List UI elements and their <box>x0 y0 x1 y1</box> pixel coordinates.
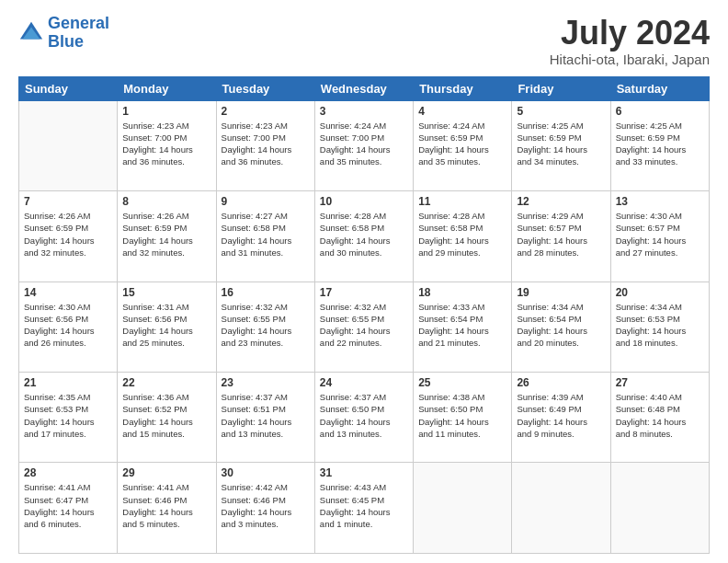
location: Hitachi-ota, Ibaraki, Japan <box>550 52 710 67</box>
day-number: 2 <box>222 105 310 118</box>
month-title: July 2024 <box>550 15 710 52</box>
calendar-cell: 24Sunrise: 4:37 AM Sunset: 6:50 PM Dayli… <box>314 373 413 463</box>
calendar-cell: 27Sunrise: 4:40 AM Sunset: 6:48 PM Dayli… <box>610 373 709 463</box>
day-number: 9 <box>222 195 310 208</box>
calendar-cell: 11Sunrise: 4:28 AM Sunset: 6:58 PM Dayli… <box>414 191 512 282</box>
calendar-cell: 4Sunrise: 4:24 AM Sunset: 6:59 PM Daylig… <box>414 100 512 190</box>
day-info: Sunrise: 4:37 AM Sunset: 6:51 PM Dayligh… <box>222 391 310 440</box>
day-number: 25 <box>418 376 506 389</box>
calendar-cell: 10Sunrise: 4:28 AM Sunset: 6:58 PM Dayli… <box>314 191 413 282</box>
day-info: Sunrise: 4:28 AM Sunset: 6:58 PM Dayligh… <box>418 210 506 259</box>
day-info: Sunrise: 4:34 AM Sunset: 6:53 PM Dayligh… <box>616 301 704 350</box>
calendar-cell: 1Sunrise: 4:23 AM Sunset: 7:00 PM Daylig… <box>118 100 216 190</box>
calendar-cell: 7Sunrise: 4:26 AM Sunset: 6:59 PM Daylig… <box>19 191 118 282</box>
day-info: Sunrise: 4:41 AM Sunset: 6:46 PM Dayligh… <box>122 481 210 530</box>
calendar-week-row: 7Sunrise: 4:26 AM Sunset: 6:59 PM Daylig… <box>19 191 710 282</box>
day-info: Sunrise: 4:23 AM Sunset: 7:00 PM Dayligh… <box>222 120 310 168</box>
day-info: Sunrise: 4:41 AM Sunset: 6:47 PM Dayligh… <box>24 481 112 530</box>
day-number: 24 <box>320 376 408 389</box>
calendar-cell: 16Sunrise: 4:32 AM Sunset: 6:55 PM Dayli… <box>216 282 314 372</box>
calendar-cell <box>414 463 512 554</box>
day-number: 3 <box>320 105 408 118</box>
logo-line1: General <box>48 14 109 32</box>
page: General Blue July 2024 Hitachi-ota, Ibar… <box>0 0 728 563</box>
day-number: 10 <box>320 195 408 208</box>
calendar-header-wednesday: Wednesday <box>314 76 413 100</box>
day-info: Sunrise: 4:24 AM Sunset: 6:59 PM Dayligh… <box>418 120 506 168</box>
day-number: 17 <box>320 286 408 299</box>
day-info: Sunrise: 4:36 AM Sunset: 6:52 PM Dayligh… <box>122 391 210 440</box>
calendar-cell: 5Sunrise: 4:25 AM Sunset: 6:59 PM Daylig… <box>512 100 610 190</box>
calendar-cell <box>19 100 118 190</box>
day-number: 27 <box>616 376 704 389</box>
calendar-header-saturday: Saturday <box>610 76 709 100</box>
day-info: Sunrise: 4:24 AM Sunset: 7:00 PM Dayligh… <box>320 120 408 168</box>
day-number: 6 <box>616 105 704 118</box>
calendar-header-sunday: Sunday <box>19 76 118 100</box>
calendar-header-thursday: Thursday <box>414 76 512 100</box>
day-number: 8 <box>122 195 210 208</box>
day-number: 21 <box>24 376 112 389</box>
day-number: 26 <box>517 376 605 389</box>
calendar-week-row: 28Sunrise: 4:41 AM Sunset: 6:47 PM Dayli… <box>19 463 710 554</box>
calendar-cell: 18Sunrise: 4:33 AM Sunset: 6:54 PM Dayli… <box>414 282 512 372</box>
calendar-cell: 2Sunrise: 4:23 AM Sunset: 7:00 PM Daylig… <box>216 100 314 190</box>
day-info: Sunrise: 4:35 AM Sunset: 6:53 PM Dayligh… <box>24 391 112 440</box>
day-number: 11 <box>418 195 506 208</box>
calendar-cell: 15Sunrise: 4:31 AM Sunset: 6:56 PM Dayli… <box>118 282 216 372</box>
day-info: Sunrise: 4:33 AM Sunset: 6:54 PM Dayligh… <box>418 301 506 350</box>
logo-line2: Blue <box>48 32 84 51</box>
logo: General Blue <box>18 15 109 52</box>
calendar-cell: 17Sunrise: 4:32 AM Sunset: 6:55 PM Dayli… <box>314 282 413 372</box>
calendar-table: SundayMondayTuesdayWednesdayThursdayFrid… <box>18 76 710 554</box>
day-info: Sunrise: 4:26 AM Sunset: 6:59 PM Dayligh… <box>24 210 112 259</box>
calendar-cell: 14Sunrise: 4:30 AM Sunset: 6:56 PM Dayli… <box>19 282 118 372</box>
calendar-header-row: SundayMondayTuesdayWednesdayThursdayFrid… <box>19 76 710 100</box>
calendar-week-row: 21Sunrise: 4:35 AM Sunset: 6:53 PM Dayli… <box>19 373 710 463</box>
day-info: Sunrise: 4:30 AM Sunset: 6:56 PM Dayligh… <box>24 301 112 350</box>
day-number: 18 <box>418 286 506 299</box>
day-number: 23 <box>222 376 310 389</box>
day-info: Sunrise: 4:25 AM Sunset: 6:59 PM Dayligh… <box>517 120 605 168</box>
calendar-cell: 9Sunrise: 4:27 AM Sunset: 6:58 PM Daylig… <box>216 191 314 282</box>
day-info: Sunrise: 4:23 AM Sunset: 7:00 PM Dayligh… <box>122 120 210 168</box>
calendar-cell: 12Sunrise: 4:29 AM Sunset: 6:57 PM Dayli… <box>512 191 610 282</box>
day-info: Sunrise: 4:34 AM Sunset: 6:54 PM Dayligh… <box>517 301 605 350</box>
day-info: Sunrise: 4:27 AM Sunset: 6:58 PM Dayligh… <box>222 210 310 259</box>
calendar-week-row: 1Sunrise: 4:23 AM Sunset: 7:00 PM Daylig… <box>19 100 710 190</box>
day-number: 30 <box>222 466 310 479</box>
day-info: Sunrise: 4:39 AM Sunset: 6:49 PM Dayligh… <box>517 391 605 440</box>
day-number: 22 <box>122 376 210 389</box>
day-info: Sunrise: 4:38 AM Sunset: 6:50 PM Dayligh… <box>418 391 506 440</box>
day-info: Sunrise: 4:32 AM Sunset: 6:55 PM Dayligh… <box>320 301 408 350</box>
day-info: Sunrise: 4:26 AM Sunset: 6:59 PM Dayligh… <box>122 210 210 259</box>
calendar-cell: 19Sunrise: 4:34 AM Sunset: 6:54 PM Dayli… <box>512 282 610 372</box>
day-number: 28 <box>24 466 112 479</box>
day-info: Sunrise: 4:40 AM Sunset: 6:48 PM Dayligh… <box>616 391 704 440</box>
day-number: 14 <box>24 286 112 299</box>
day-info: Sunrise: 4:43 AM Sunset: 6:45 PM Dayligh… <box>320 481 408 530</box>
calendar-cell <box>512 463 610 554</box>
day-number: 16 <box>222 286 310 299</box>
day-number: 4 <box>418 105 506 118</box>
day-info: Sunrise: 4:32 AM Sunset: 6:55 PM Dayligh… <box>222 301 310 350</box>
calendar-cell <box>610 463 709 554</box>
day-info: Sunrise: 4:29 AM Sunset: 6:57 PM Dayligh… <box>517 210 605 259</box>
calendar-cell: 26Sunrise: 4:39 AM Sunset: 6:49 PM Dayli… <box>512 373 610 463</box>
calendar-cell: 23Sunrise: 4:37 AM Sunset: 6:51 PM Dayli… <box>216 373 314 463</box>
calendar-cell: 13Sunrise: 4:30 AM Sunset: 6:57 PM Dayli… <box>610 191 709 282</box>
day-number: 15 <box>122 286 210 299</box>
day-info: Sunrise: 4:31 AM Sunset: 6:56 PM Dayligh… <box>122 301 210 350</box>
day-info: Sunrise: 4:25 AM Sunset: 6:59 PM Dayligh… <box>616 120 704 168</box>
day-number: 13 <box>616 195 704 208</box>
day-info: Sunrise: 4:37 AM Sunset: 6:50 PM Dayligh… <box>320 391 408 440</box>
calendar-cell: 21Sunrise: 4:35 AM Sunset: 6:53 PM Dayli… <box>19 373 118 463</box>
day-number: 20 <box>616 286 704 299</box>
calendar-cell: 6Sunrise: 4:25 AM Sunset: 6:59 PM Daylig… <box>610 100 709 190</box>
day-info: Sunrise: 4:30 AM Sunset: 6:57 PM Dayligh… <box>616 210 704 259</box>
day-number: 1 <box>122 105 210 118</box>
calendar-cell: 25Sunrise: 4:38 AM Sunset: 6:50 PM Dayli… <box>414 373 512 463</box>
title-block: July 2024 Hitachi-ota, Ibaraki, Japan <box>550 15 710 67</box>
calendar-cell: 29Sunrise: 4:41 AM Sunset: 6:46 PM Dayli… <box>118 463 216 554</box>
day-number: 19 <box>517 286 605 299</box>
